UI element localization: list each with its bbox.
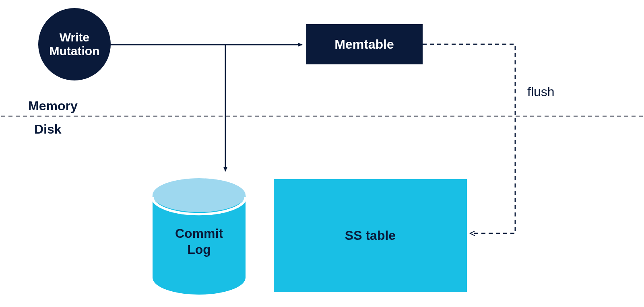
write-mutation-line2: Mutation (50, 44, 100, 58)
node-write-mutation: Write Mutation (38, 8, 111, 80)
label-memory: Memory (28, 99, 78, 113)
svg-point-0 (153, 178, 246, 212)
memtable-label: Memtable (334, 37, 394, 52)
write-mutation-line1: Write (50, 31, 100, 45)
label-flush: flush (527, 84, 555, 99)
commit-log-line2: Log (152, 241, 246, 258)
node-memtable: Memtable (306, 24, 423, 64)
node-sstable: SS table (274, 179, 467, 292)
commit-log-line1: Commit (152, 225, 246, 241)
sstable-label: SS table (345, 228, 396, 243)
node-commit-log: Commit Log (152, 177, 246, 296)
label-disk: Disk (34, 122, 62, 137)
